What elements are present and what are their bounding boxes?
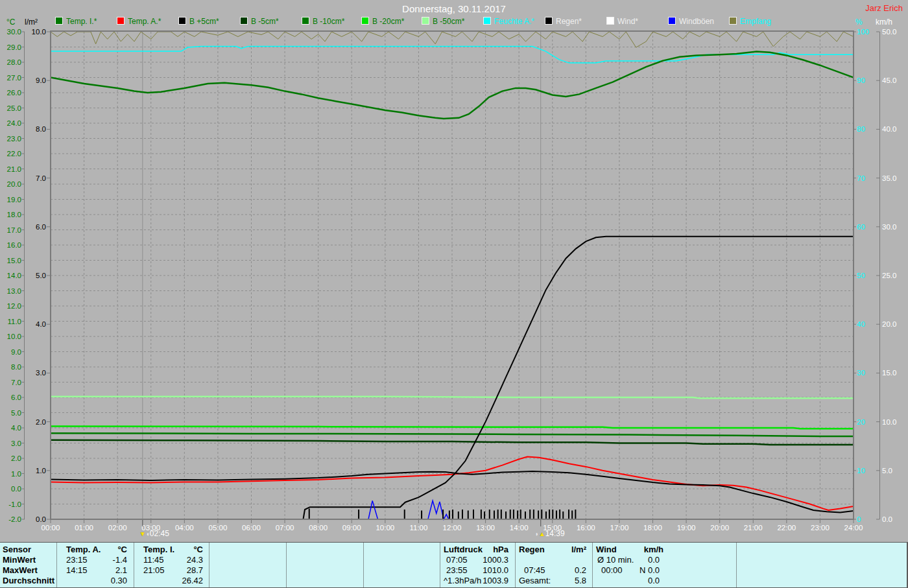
svg-text:12.0: 12.0 <box>7 302 21 310</box>
moonrise-time: 14:39 <box>545 529 565 538</box>
max-value: 2.1 <box>115 565 127 575</box>
max-time: 00:00 <box>601 565 623 575</box>
max-value: 0.2 <box>575 565 586 575</box>
svg-text:04:00: 04:00 <box>175 524 194 532</box>
svg-text:5.0: 5.0 <box>11 409 21 417</box>
svg-text:9.0: 9.0 <box>36 76 46 84</box>
svg-text:28.0: 28.0 <box>7 58 21 66</box>
table-column-divider <box>56 543 57 587</box>
svg-text:1.0: 1.0 <box>11 470 21 478</box>
svg-text:07:00: 07:00 <box>276 524 294 532</box>
svg-text:40: 40 <box>857 320 865 328</box>
min-time: 11:45 <box>143 555 164 565</box>
col-name: Temp. A. <box>66 545 101 554</box>
svg-text:30.0: 30.0 <box>882 223 896 231</box>
col-unit: hPa <box>493 545 508 554</box>
svg-text:10: 10 <box>857 467 865 475</box>
series-b_minus5-line <box>51 440 854 445</box>
svg-text:20:00: 20:00 <box>710 524 729 532</box>
svg-text:06:00: 06:00 <box>242 524 261 532</box>
min-time: 23:15 <box>66 555 88 565</box>
svg-text:21.0: 21.0 <box>7 165 21 173</box>
svg-text:10:00: 10:00 <box>376 524 394 532</box>
svg-text:11:00: 11:00 <box>409 524 427 532</box>
svg-text:90: 90 <box>857 76 865 84</box>
svg-text:10.0: 10.0 <box>7 333 21 340</box>
trend-label: ^1.3hPa/h <box>444 576 481 585</box>
table-col-temp-i: Temp. I.°C 11:4524.3 21:0528.7 26.42 <box>136 543 207 587</box>
total-label: Gesamt: <box>519 576 551 585</box>
table-column-divider <box>134 543 134 587</box>
svg-text:45.0: 45.0 <box>882 76 896 84</box>
svg-text:10.0: 10.0 <box>32 28 46 36</box>
chart-gridlines <box>51 32 854 526</box>
svg-text:21:00: 21:00 <box>744 524 763 532</box>
col-unit: km/h <box>644 545 663 554</box>
table-col-sensor: Sensor MinWert MaxWert Durchschnitt <box>3 543 54 587</box>
svg-text:16:00: 16:00 <box>577 524 595 532</box>
svg-text:7.0: 7.0 <box>36 174 46 182</box>
svg-text:0.0: 0.0 <box>11 485 21 493</box>
svg-text:2.0: 2.0 <box>36 418 46 426</box>
svg-text:27.0: 27.0 <box>7 74 21 82</box>
avg10-value: 0.0 <box>648 555 660 565</box>
table-col-regen: Regenl/m² 07:450.2 Gesamt:5.8 <box>518 543 590 587</box>
svg-text:5.0: 5.0 <box>36 272 46 279</box>
max-time: 14:15 <box>66 565 88 575</box>
svg-text:0.0: 0.0 <box>36 515 46 523</box>
svg-text:80: 80 <box>857 125 865 133</box>
svg-text:22.0: 22.0 <box>7 150 21 158</box>
table-column-divider <box>515 543 516 587</box>
svg-text:2.0: 2.0 <box>11 454 21 462</box>
col-name: Luftdruck <box>444 545 483 554</box>
min-time: 07:05 <box>446 555 468 565</box>
avg-value: 0.0 <box>648 576 660 585</box>
svg-text:25.0: 25.0 <box>882 272 896 279</box>
max-value: 28.7 <box>187 565 203 575</box>
svg-text:29.0: 29.0 <box>7 43 21 51</box>
table-header: Sensor <box>3 545 54 555</box>
svg-text:16.0: 16.0 <box>7 241 21 249</box>
table-column-divider <box>736 543 737 587</box>
svg-text:23.0: 23.0 <box>7 135 21 143</box>
svg-text:26.0: 26.0 <box>7 89 21 97</box>
max-value: N 0.0 <box>639 565 660 575</box>
moonset-marker: ▼◖02:45 <box>139 529 169 539</box>
max-time: 21:05 <box>143 565 165 575</box>
table-column-divider <box>440 543 440 587</box>
svg-text:01:00: 01:00 <box>75 524 93 532</box>
summary-table: Sensor MinWert MaxWert Durchschnitt Temp… <box>0 542 908 588</box>
col-unit: l/m² <box>571 545 586 554</box>
svg-text:9.0: 9.0 <box>11 348 21 356</box>
svg-text:20: 20 <box>857 418 865 426</box>
svg-text:0: 0 <box>857 515 861 523</box>
svg-text:05:00: 05:00 <box>209 524 228 532</box>
moonrise-marker: ◗▲14:39 <box>535 529 565 539</box>
svg-text:19:00: 19:00 <box>677 524 696 532</box>
svg-text:18.0: 18.0 <box>7 211 21 218</box>
avg-value: 1003.9 <box>483 576 508 585</box>
svg-text:02:00: 02:00 <box>108 524 127 532</box>
svg-text:35.0: 35.0 <box>882 174 896 182</box>
chart-plot-area[interactable]: 30.029.028.027.026.025.024.023.022.021.0… <box>0 0 908 542</box>
svg-text:08:00: 08:00 <box>309 524 328 532</box>
row-label-maxwert: MaxWert <box>3 565 54 576</box>
svg-text:6.0: 6.0 <box>36 223 46 231</box>
min-value: 1000.3 <box>483 555 508 565</box>
col-name: Regen <box>519 545 545 554</box>
svg-text:18:00: 18:00 <box>643 524 662 532</box>
svg-text:3.0: 3.0 <box>36 369 46 377</box>
svg-text:19.0: 19.0 <box>7 196 21 204</box>
svg-text:4.0: 4.0 <box>11 424 21 432</box>
max-value: 1010.0 <box>483 565 508 575</box>
table-column-divider <box>592 543 593 587</box>
svg-text:8.0: 8.0 <box>11 363 21 371</box>
svg-text:15.0: 15.0 <box>7 257 21 265</box>
svg-text:50: 50 <box>857 272 865 279</box>
svg-text:7.0: 7.0 <box>11 379 21 386</box>
svg-text:-2.0: -2.0 <box>8 515 21 523</box>
svg-text:1.0: 1.0 <box>36 467 46 475</box>
svg-text:5.0: 5.0 <box>882 467 892 475</box>
max-time: 23:55 <box>446 565 468 575</box>
table-col-luftdruck: LuftdruckhPa 07:051000.3 23:551010.0 ^1.… <box>442 543 512 587</box>
